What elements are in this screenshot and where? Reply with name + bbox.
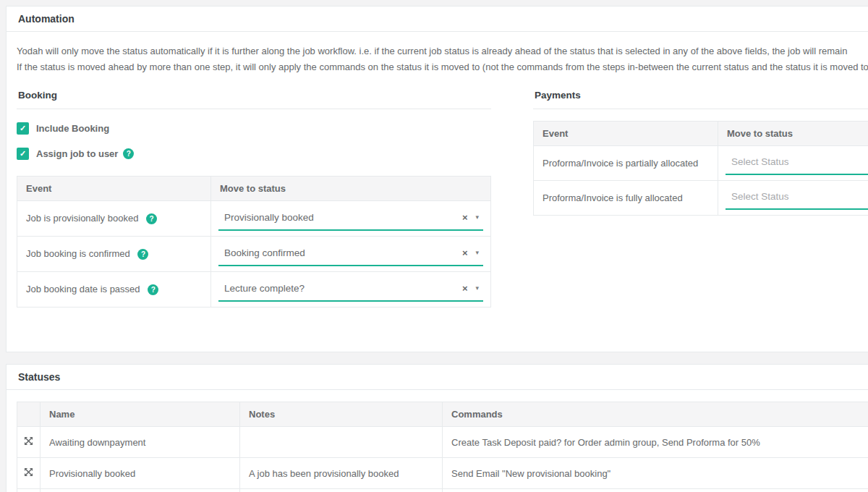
automation-description-line1: Yodah will only move the status automati…: [17, 45, 868, 58]
booking-event-label: Job booking is confirmed: [26, 248, 130, 259]
booking-event-cell: Job booking is confirmed ?: [17, 237, 211, 272]
status-select-value: Provisionally booked: [224, 212, 314, 223]
statuses-panel: Statuses Name Notes Commands: [6, 364, 868, 492]
statuses-panel-body: Name Notes Commands: [7, 390, 868, 492]
include-booking-checkbox[interactable]: ✓: [17, 122, 29, 135]
payments-event-label: Proforma/Invoice is partially allocated: [542, 158, 698, 169]
status-row[interactable]: [17, 489, 868, 492]
status-drag-cell: [17, 458, 41, 489]
automation-sections: Booking ✓ Include Booking ✓ Assign job t…: [17, 84, 868, 340]
payments-status-cell: Select Status: [718, 146, 868, 181]
statuses-table: Name Notes Commands: [17, 402, 868, 492]
caret-down-icon[interactable]: ▾: [475, 285, 479, 292]
automation-description-line2: If the status is moved ahead by more tha…: [17, 61, 868, 74]
assign-job-to-user-label: Assign job to user: [36, 148, 118, 159]
status-row[interactable]: Provisionally booked A job has been prov…: [17, 458, 868, 489]
automation-panel-title: Automation: [7, 7, 868, 32]
booking-status-cell: Booking confirmed × ▾: [211, 237, 491, 272]
status-select-placeholder: Select Status: [731, 191, 789, 202]
status-commands-cell: Send Email "New provisional booking": [443, 458, 868, 489]
status-select[interactable]: Lecture complete? × ▾: [218, 278, 483, 302]
booking-event-label: Job booking date is passed: [26, 284, 140, 294]
check-icon: ✓: [20, 124, 26, 133]
booking-event-cell: Job booking date is passed ?: [17, 272, 211, 308]
status-select-value: Lecture complete?: [224, 283, 305, 294]
automation-panel: Automation Yodah will only move the stat…: [6, 6, 868, 352]
status-drag-cell: [17, 489, 41, 492]
statuses-header-drag: [17, 402, 41, 427]
statuses-header-notes: Notes: [240, 402, 443, 427]
payments-header-move-to-status: Move to status: [718, 122, 868, 146]
clear-icon[interactable]: ×: [462, 248, 468, 258]
status-row[interactable]: Awaiting downpayment Create Task Deposit…: [17, 427, 868, 458]
status-select-placeholder: Select Status: [731, 156, 789, 167]
include-booking-row: ✓ Include Booking: [17, 122, 491, 135]
booking-event-cell: Job is provisionally booked ?: [17, 201, 211, 237]
include-booking-label: Include Booking: [36, 123, 109, 134]
select-icons: × ▾: [462, 248, 479, 258]
booking-section: Booking ✓ Include Booking ✓ Assign job t…: [17, 84, 491, 308]
help-icon[interactable]: ?: [123, 148, 134, 159]
assign-job-to-user-row: ✓ Assign job to user ?: [17, 148, 491, 160]
select-icons: × ▾: [462, 213, 479, 222]
payments-table-header-row: Event Move to status: [534, 122, 868, 146]
statuses-header-name: Name: [41, 402, 240, 427]
status-select[interactable]: Provisionally booked × ▾: [218, 207, 483, 231]
automation-panel-body: Yodah will only move the status automati…: [7, 32, 868, 352]
caret-down-icon[interactable]: ▾: [475, 250, 479, 256]
payments-row: Proforma/Invoice is fully allocated Sele…: [534, 181, 868, 216]
caret-down-icon[interactable]: ▾: [475, 214, 479, 221]
booking-status-cell: Lecture complete? × ▾: [211, 272, 491, 308]
booking-section-title: Booking: [17, 84, 491, 109]
move-icon[interactable]: [24, 436, 33, 446]
status-notes-cell: [240, 489, 443, 492]
booking-table: Event Move to status Job is provisionall…: [17, 176, 491, 308]
status-select[interactable]: Select Status: [726, 186, 868, 210]
payments-section-title: Payments: [533, 84, 868, 109]
booking-header-move-to-status: Move to status: [211, 177, 491, 201]
statuses-panel-title: Statuses: [7, 365, 868, 390]
booking-header-event: Event: [17, 177, 211, 201]
statuses-table-header-row: Name Notes Commands: [17, 402, 868, 427]
status-name-cell: Provisionally booked: [41, 458, 240, 489]
status-notes-cell: A job has been provisionally booked: [240, 458, 443, 489]
status-select[interactable]: Booking confirmed × ▾: [218, 242, 483, 266]
status-commands-cell: Create Task Deposit paid? for Order admi…: [443, 427, 868, 458]
check-icon: ✓: [20, 149, 26, 158]
booking-row: Job booking date is passed ? Lecture com…: [17, 272, 491, 308]
booking-event-label: Job is provisionally booked: [26, 213, 138, 224]
status-select-value: Booking confirmed: [224, 247, 305, 258]
payments-event-cell: Proforma/Invoice is partially allocated: [534, 146, 718, 181]
status-notes-cell: [240, 427, 443, 458]
status-name-cell: Awaiting downpayment: [41, 427, 240, 458]
payments-event-cell: Proforma/Invoice is fully allocated: [534, 181, 718, 216]
help-icon[interactable]: ?: [137, 249, 148, 260]
booking-row: Job is provisionally booked ? Provisiona…: [17, 201, 491, 237]
payments-row: Proforma/Invoice is partially allocated …: [534, 146, 868, 181]
help-icon[interactable]: ?: [146, 213, 157, 224]
payments-status-cell: Select Status: [718, 181, 868, 216]
payments-table: Event Move to status Proforma/Invoice is…: [533, 121, 868, 216]
select-icons: × ▾: [462, 284, 479, 293]
payments-section: Payments Event Move to status Proform: [533, 84, 868, 216]
status-commands-cell: [443, 489, 868, 492]
statuses-header-commands: Commands: [443, 402, 868, 427]
payments-header-event: Event: [534, 122, 718, 146]
booking-status-cell: Provisionally booked × ▾: [211, 201, 491, 237]
clear-icon[interactable]: ×: [462, 213, 468, 222]
clear-icon[interactable]: ×: [462, 284, 468, 293]
move-icon[interactable]: [24, 467, 33, 477]
status-name-cell: [41, 489, 240, 492]
booking-row: Job booking is confirmed ? Booking confi…: [17, 237, 491, 272]
assign-job-to-user-checkbox[interactable]: ✓: [17, 148, 29, 160]
status-select[interactable]: Select Status: [726, 151, 868, 175]
help-icon[interactable]: ?: [148, 284, 158, 295]
page: Automation Yodah will only move the stat…: [0, 0, 868, 492]
status-drag-cell: [17, 427, 41, 458]
booking-table-header-row: Event Move to status: [17, 177, 491, 201]
payments-event-label: Proforma/Invoice is fully allocated: [542, 192, 683, 203]
